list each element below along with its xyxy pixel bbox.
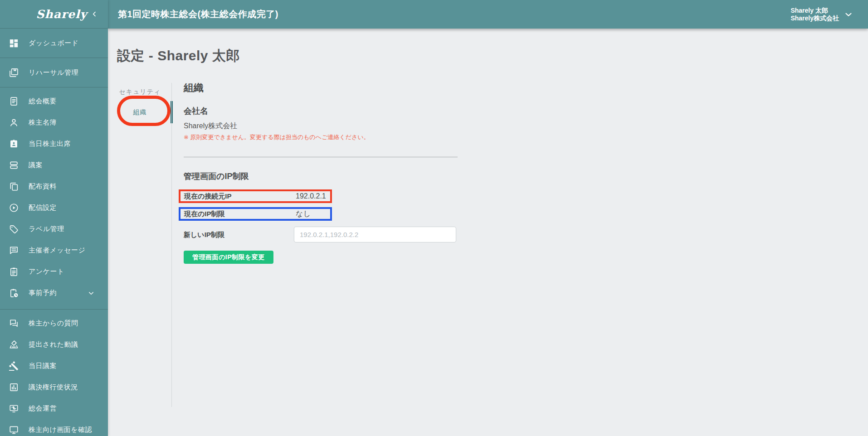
current-ip-restriction-value: なし <box>296 209 311 219</box>
sidebar-item-materials-copy[interactable]: 配布資料 <box>0 176 108 197</box>
sidebar-item-operations-screen[interactable]: 総会運営 <box>0 398 108 419</box>
current-ip-restriction-row: 現在のIP制限 なし <box>179 207 332 221</box>
rehearsal-icon <box>9 68 19 78</box>
sidebar-item-preview-screen[interactable]: 株主向け画面を確認 <box>0 419 108 436</box>
organization-heading: 組織 <box>184 82 483 94</box>
chevron-down-icon <box>844 10 853 19</box>
sidebar-group: ダッシュボード <box>0 29 108 58</box>
sidebar-item-label: リハーサル管理 <box>29 68 78 77</box>
sidebar-item-label: 事前予約 <box>29 289 57 297</box>
page-title: 設定 - Sharely 太郎 <box>117 47 240 65</box>
meeting-title: 第1回定時株主総会(株主総会作成完了) <box>108 8 278 20</box>
sidebar-group: 株主からの質問提出された動議当日議案議決権行使状況総会運営株主向け画面を確認 <box>0 310 108 436</box>
sidebar-item-label: 主催者メッセージ <box>29 246 85 255</box>
sidebar-item-voting-chart[interactable]: 議決権行使状況 <box>0 377 108 398</box>
current-source-ip-row: 現在の接続元IP 192.0.2.1 <box>179 189 332 203</box>
sidebar-item-label: ラベル管理 <box>29 225 64 233</box>
organizer-message-icon <box>9 245 19 256</box>
sidebar-item-attendance-badge[interactable]: 当日株主出席 <box>0 133 108 155</box>
survey-clipboard-icon <box>9 266 19 277</box>
shareholder-register-icon <box>9 117 19 128</box>
sidebar-item-reservation-clock[interactable]: 事前予約 <box>0 282 108 304</box>
section-divider <box>184 157 458 157</box>
sidebar-item-label: 提出された動議 <box>29 340 78 349</box>
sidebar-collapse-icon[interactable] <box>91 10 98 18</box>
sidebar-item-gavel[interactable]: 当日議案 <box>0 355 108 377</box>
vertical-divider <box>171 83 172 407</box>
organization-panel: 組織 会社名 Sharely株式会社 ※ 原則変更できません。変更する際は担当の… <box>184 82 483 182</box>
main-content: 設定 - Sharely 太郎 セキュリティ 組織 組織 会社名 Sharely… <box>108 29 868 436</box>
sidebar-group: リハーサル管理 <box>0 58 108 87</box>
company-name-note: ※ 原則変更できません。変更する際は担当のものへご連絡ください。 <box>184 133 483 141</box>
app-window: Sharely ダッシュボードリハーサル管理総会概要株主名簿当日株主出席議案配布… <box>0 0 868 436</box>
sidebar-item-motion-vote[interactable]: 提出された動議 <box>0 334 108 355</box>
current-source-ip-value: 192.0.2.1 <box>296 192 326 200</box>
sidebar-item-question-forum[interactable]: 株主からの質問 <box>0 313 108 334</box>
label-tag-icon <box>9 224 19 234</box>
top-header: 第1回定時株主総会(株主総会作成完了) Sharely 太郎 Sharely株式… <box>108 0 868 29</box>
materials-copy-icon <box>9 181 19 192</box>
sidebar-item-label: 株主名簿 <box>29 118 57 127</box>
preview-screen-icon <box>9 425 19 435</box>
streaming-play-icon <box>9 203 19 213</box>
sidebar-item-label-tag[interactable]: ラベル管理 <box>0 218 108 240</box>
sidebar-item-agenda-list[interactable]: 議案 <box>0 155 108 176</box>
company-name-label: 会社名 <box>184 106 483 116</box>
sidebar-logo-row: Sharely <box>0 0 108 29</box>
current-ip-restriction-label: 現在のIP制限 <box>180 210 225 218</box>
question-forum-icon <box>9 318 19 329</box>
sidebar-item-label: アンケート <box>29 267 64 276</box>
agenda-list-icon <box>9 160 19 170</box>
sidebar-item-label: 配布資料 <box>29 182 57 191</box>
sidebar-item-label: 配信設定 <box>29 203 57 212</box>
user-company: Sharely株式会社 <box>790 15 839 22</box>
operations-screen-icon <box>9 403 19 414</box>
sidebar-item-label: 当日議案 <box>29 362 57 370</box>
gavel-icon <box>9 361 19 371</box>
sidebar-item-label: 当日株主出席 <box>29 140 71 148</box>
settings-tabs: セキュリティ 組織 <box>108 82 172 122</box>
sidebar-nav: ダッシュボードリハーサル管理総会概要株主名簿当日株主出席議案配布資料配信設定ラベ… <box>0 29 108 436</box>
sidebar-item-organizer-message[interactable]: 主催者メッセージ <box>0 240 108 261</box>
sidebar-item-label: 株主向け画面を確認 <box>29 426 92 434</box>
sidebar-item-label: 総会概要 <box>29 97 57 106</box>
sidebar-item-dashboard[interactable]: ダッシュボード <box>0 29 108 58</box>
ip-restriction-heading: 管理画面のIP制限 <box>184 171 483 182</box>
tab-organization[interactable]: 組織 <box>108 102 172 122</box>
company-name-value: Sharely株式会社 <box>184 121 483 131</box>
attendance-badge-icon <box>9 139 19 149</box>
sharely-logo: Sharely <box>36 8 87 21</box>
user-menu[interactable]: Sharely 太郎 Sharely株式会社 <box>790 0 853 29</box>
sidebar-item-meeting-overview[interactable]: 総会概要 <box>0 91 108 112</box>
chevron-down-icon <box>87 289 95 297</box>
sidebar-item-label: 議決権行使状況 <box>29 383 78 392</box>
sidebar-item-rehearsal[interactable]: リハーサル管理 <box>0 58 108 87</box>
sidebar-item-label: ダッシュボード <box>29 39 79 48</box>
sidebar-item-label: 議案 <box>29 161 43 170</box>
dashboard-icon <box>9 38 19 48</box>
meeting-overview-icon <box>9 96 19 107</box>
sidebar-group: 総会概要株主名簿当日株主出席議案配布資料配信設定ラベル管理主催者メッセージアンケ… <box>0 87 108 310</box>
reservation-clock-icon <box>9 288 19 298</box>
new-ip-restriction-label: 新しいIP制限 <box>184 231 224 239</box>
sidebar: Sharely ダッシュボードリハーサル管理総会概要株主名簿当日株主出席議案配布… <box>0 0 108 436</box>
new-ip-restriction-input[interactable] <box>294 227 456 242</box>
user-name: Sharely 太郎 <box>790 7 839 15</box>
sidebar-item-survey-clipboard[interactable]: アンケート <box>0 261 108 282</box>
sidebar-item-shareholder-register[interactable]: 株主名簿 <box>0 112 108 133</box>
sidebar-item-label: 株主からの質問 <box>29 319 78 328</box>
sidebar-item-label: 総会運営 <box>29 404 57 413</box>
tab-security[interactable]: セキュリティ <box>108 82 172 102</box>
current-source-ip-label: 現在の接続元IP <box>180 192 232 201</box>
sidebar-item-streaming-play[interactable]: 配信設定 <box>0 197 108 218</box>
motion-vote-icon <box>9 339 19 350</box>
voting-chart-icon <box>9 382 19 392</box>
change-ip-restriction-button[interactable]: 管理画面のIP制限を変更 <box>184 251 273 264</box>
